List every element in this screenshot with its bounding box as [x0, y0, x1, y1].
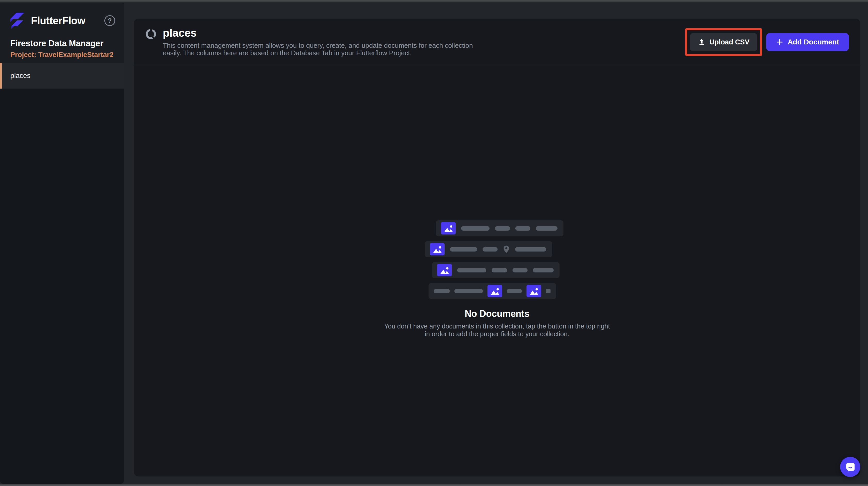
sidebar-item-label: places	[10, 72, 30, 80]
header-actions: Upload CSV Add Document	[685, 28, 849, 56]
upload-csv-button[interactable]: Upload CSV	[690, 33, 757, 51]
collection-panel: places This content management system al…	[134, 19, 860, 477]
collection-header: places This content management system al…	[134, 19, 860, 66]
window-bottom-edge	[0, 484, 868, 486]
mountain-photo-icon	[443, 224, 453, 232]
sidebar-title: Firestore Data Manager	[10, 38, 103, 48]
skeleton-bar	[507, 289, 522, 293]
collection-title: places	[163, 27, 483, 38]
sidebar: FlutterFlow ? Firestore Data Manager Pro…	[0, 3, 124, 484]
empty-state-description: You don’t have any documents in this col…	[383, 322, 611, 338]
flutterflow-logo-icon	[10, 13, 25, 29]
skeleton-square	[546, 289, 551, 293]
collection-title-text: places This content management system al…	[163, 27, 483, 57]
firestore-data-manager-window: FlutterFlow ? Firestore Data Manager Pro…	[0, 0, 868, 486]
logo-row: FlutterFlow ?	[10, 12, 115, 29]
skeleton-bar	[513, 268, 528, 272]
skeleton-bar	[495, 226, 510, 231]
chat-launcher-button[interactable]	[840, 457, 860, 477]
skeleton-bar	[492, 268, 507, 272]
logo-text: FlutterFlow	[31, 15, 85, 27]
help-icon[interactable]: ?	[104, 15, 115, 26]
skeleton-bar	[515, 247, 546, 252]
skeleton-bar	[450, 247, 477, 252]
add-document-label: Add Document	[788, 38, 839, 46]
skeleton-bar	[516, 226, 530, 231]
collection-usage-icon	[145, 28, 157, 40]
skeleton-row	[436, 220, 563, 236]
help-glyph: ?	[108, 17, 112, 24]
location-pin-icon	[503, 245, 510, 253]
image-placeholder-icon	[441, 222, 456, 234]
mountain-photo-icon	[529, 287, 538, 295]
skeleton-bar	[434, 289, 450, 293]
skeleton-bar	[455, 289, 483, 293]
annotation-highlight-box: Upload CSV	[685, 28, 762, 56]
upload-csv-label: Upload CSV	[709, 38, 749, 46]
chat-bubble-icon	[845, 461, 856, 472]
skeleton-bar	[536, 226, 557, 231]
skeleton-row	[432, 262, 560, 278]
image-placeholder-icon	[437, 264, 452, 276]
collection-description: This content management system allows yo…	[163, 42, 483, 57]
skeleton-bar	[461, 226, 490, 231]
skeleton-row	[425, 241, 552, 257]
image-placeholder-icon	[526, 285, 541, 297]
mountain-photo-icon	[490, 287, 500, 295]
empty-state-illustration	[425, 220, 569, 304]
skeleton-bar	[483, 247, 498, 252]
empty-state-title: No Documents	[134, 308, 860, 319]
sidebar-header: FlutterFlow ? Firestore Data Manager Pro…	[0, 3, 124, 63]
add-document-button[interactable]: Add Document	[766, 33, 849, 51]
sidebar-item-places[interactable]: places	[0, 63, 124, 89]
image-placeholder-icon	[488, 285, 502, 297]
mountain-photo-icon	[432, 245, 442, 253]
skeleton-row	[429, 283, 556, 299]
skeleton-bar	[533, 268, 554, 272]
upload-icon	[698, 38, 706, 46]
mountain-photo-icon	[440, 266, 449, 274]
skeleton-bar	[457, 268, 486, 272]
collection-title-block: places This content management system al…	[145, 27, 483, 57]
plus-icon	[776, 38, 783, 46]
window-top-edge	[0, 0, 868, 2]
image-placeholder-icon	[430, 243, 444, 255]
project-label: Project: TravelExampleStartar2	[10, 51, 114, 59]
